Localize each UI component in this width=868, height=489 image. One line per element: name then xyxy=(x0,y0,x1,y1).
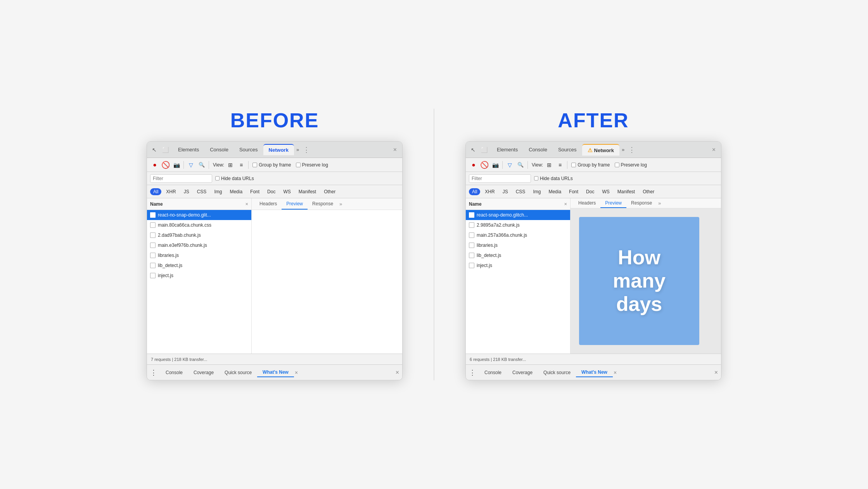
type-media[interactable]: Media xyxy=(545,188,564,195)
tab-close[interactable]: × xyxy=(710,146,718,153)
name-column-close[interactable]: × xyxy=(564,201,567,207)
filter-input[interactable] xyxy=(150,174,212,183)
group-by-frame-checkbox[interactable] xyxy=(252,163,257,167)
file-item[interactable]: 2.9895a7a2.chunk.js xyxy=(466,220,570,230)
group-by-frame-checkbox[interactable] xyxy=(571,163,576,167)
list-view-btn[interactable]: ≡ xyxy=(237,160,246,170)
grid-view-btn[interactable]: ⊞ xyxy=(545,160,554,170)
file-item[interactable]: inject.js xyxy=(147,271,251,281)
type-media[interactable]: Media xyxy=(227,188,246,195)
stop-button[interactable]: 🚫 xyxy=(161,160,170,170)
type-img[interactable]: Img xyxy=(211,188,225,195)
preserve-log-checkbox[interactable] xyxy=(615,163,619,167)
file-item[interactable]: libraries.js xyxy=(466,240,570,250)
type-manifest[interactable]: Manifest xyxy=(614,188,638,195)
drawer-tab-quick-source[interactable]: Quick source xyxy=(219,368,257,377)
detail-tab-more[interactable]: » xyxy=(658,200,661,206)
preserve-log-checkbox[interactable] xyxy=(296,163,301,167)
tab-console[interactable]: Console xyxy=(204,144,234,155)
camera-button[interactable]: 📷 xyxy=(491,160,500,170)
hide-data-urls-checkbox[interactable] xyxy=(215,176,220,180)
tab-network[interactable]: ⚠Network xyxy=(582,144,619,156)
type-manifest[interactable]: Manifest xyxy=(296,188,319,195)
type-other[interactable]: Other xyxy=(640,188,657,195)
drawer-end-close[interactable]: × xyxy=(396,369,399,376)
tab-elements[interactable]: Elements xyxy=(491,144,523,155)
panel-icon[interactable]: ⬜ xyxy=(480,146,488,154)
panel-icon[interactable]: ⬜ xyxy=(161,146,169,154)
file-item[interactable]: react-snap-demo.glitch... xyxy=(466,210,570,220)
tab-network[interactable]: Network xyxy=(263,144,294,155)
grid-view-btn[interactable]: ⊞ xyxy=(226,160,235,170)
type-other[interactable]: Other xyxy=(321,188,339,195)
drawer-tab-console[interactable]: Console xyxy=(160,368,188,377)
file-item[interactable]: libraries.js xyxy=(147,250,251,260)
detail-tab-more[interactable]: » xyxy=(339,201,342,207)
cursor-icon[interactable]: ↖ xyxy=(469,146,477,154)
filter-button[interactable]: ▽ xyxy=(186,160,195,170)
tab-sources[interactable]: Sources xyxy=(553,144,582,155)
file-item[interactable]: 2.dad97bab.chunk.js xyxy=(147,230,251,240)
detail-tab-response[interactable]: Response xyxy=(626,198,657,208)
detail-tab-headers[interactable]: Headers xyxy=(574,198,600,208)
tab-elements[interactable]: Elements xyxy=(173,144,204,155)
tab-options[interactable]: ⋮ xyxy=(303,146,310,154)
type-doc[interactable]: Doc xyxy=(583,188,597,195)
type-font[interactable]: Font xyxy=(566,188,581,195)
type-img[interactable]: Img xyxy=(530,188,544,195)
filter-input[interactable] xyxy=(469,174,531,183)
drawer-tab-coverage[interactable]: Coverage xyxy=(188,368,219,377)
detail-tab-preview[interactable]: Preview xyxy=(282,198,308,210)
search-button[interactable]: 🔍 xyxy=(516,160,525,170)
detail-tab-preview[interactable]: Preview xyxy=(600,198,626,208)
name-column-close[interactable]: × xyxy=(245,201,248,207)
tab-console[interactable]: Console xyxy=(523,144,553,155)
type-all[interactable]: All xyxy=(150,188,161,195)
stop-button[interactable]: 🚫 xyxy=(480,160,489,170)
drawer-tab-console[interactable]: Console xyxy=(479,368,507,377)
camera-button[interactable]: 📷 xyxy=(172,160,181,170)
detail-tab-response[interactable]: Response xyxy=(308,198,338,210)
drawer-tab-close[interactable]: × xyxy=(614,369,617,376)
drawer-menu-btn[interactable]: ⋮ xyxy=(150,368,157,377)
list-view-btn[interactable]: ≡ xyxy=(555,160,565,170)
after-status-text: 6 requests | 218 KB transfer... xyxy=(470,357,526,362)
type-ws[interactable]: WS xyxy=(599,188,612,195)
file-item[interactable]: react-no-snap-demo.glit... xyxy=(147,210,251,220)
type-css[interactable]: CSS xyxy=(513,188,529,195)
drawer-menu-btn[interactable]: ⋮ xyxy=(469,368,476,377)
drawer-tab-close[interactable]: × xyxy=(295,369,298,376)
drawer-end-close[interactable]: × xyxy=(714,369,718,376)
type-all[interactable]: All xyxy=(469,188,480,195)
type-xhr[interactable]: XHR xyxy=(163,188,179,195)
tab-close[interactable]: × xyxy=(391,146,399,153)
drawer-tab-whats-new[interactable]: What's New xyxy=(257,368,294,377)
tab-more[interactable]: » xyxy=(619,147,627,153)
file-item[interactable]: lib_detect.js xyxy=(147,260,251,271)
type-ws[interactable]: WS xyxy=(280,188,294,195)
type-xhr[interactable]: XHR xyxy=(482,188,498,195)
tab-sources[interactable]: Sources xyxy=(234,144,263,155)
type-font[interactable]: Font xyxy=(247,188,263,195)
file-item[interactable]: inject.js xyxy=(466,260,570,271)
file-item[interactable]: lib_detect.js xyxy=(466,250,570,260)
file-item[interactable]: main.80ca66ca.chunk.css xyxy=(147,220,251,230)
type-doc[interactable]: Doc xyxy=(264,188,278,195)
type-js[interactable]: JS xyxy=(500,188,511,195)
drawer-tab-coverage[interactable]: Coverage xyxy=(507,368,538,377)
hide-data-urls-checkbox[interactable] xyxy=(534,176,538,180)
drawer-tab-whats-new[interactable]: What's New xyxy=(576,368,613,377)
filter-button[interactable]: ▽ xyxy=(505,160,514,170)
search-button[interactable]: 🔍 xyxy=(197,160,206,170)
tab-more[interactable]: » xyxy=(294,147,301,153)
type-js[interactable]: JS xyxy=(181,188,192,195)
cursor-icon[interactable]: ↖ xyxy=(150,146,159,154)
record-button[interactable]: ● xyxy=(469,160,478,170)
record-button[interactable]: ● xyxy=(150,160,159,170)
tab-options[interactable]: ⋮ xyxy=(628,146,635,154)
file-item[interactable]: main.e3ef976b.chunk.js xyxy=(147,240,251,250)
drawer-tab-quick-source[interactable]: Quick source xyxy=(538,368,576,377)
file-item[interactable]: main.257a366a.chunk.js xyxy=(466,230,570,240)
detail-tab-headers[interactable]: Headers xyxy=(255,198,282,210)
type-css[interactable]: CSS xyxy=(194,188,210,195)
